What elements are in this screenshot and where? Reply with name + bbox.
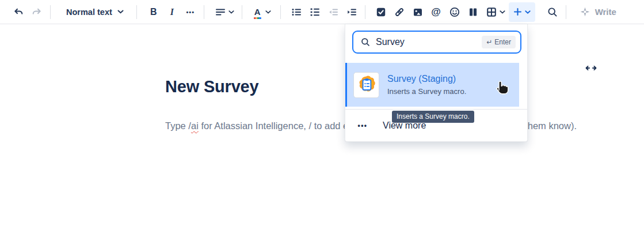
align-dropdown[interactable]	[211, 3, 238, 21]
toolbar-divider	[136, 5, 137, 19]
toolbar-divider	[204, 5, 204, 19]
text-color-dropdown[interactable]: A	[251, 3, 275, 21]
chevron-down-icon	[228, 10, 234, 14]
expand-width-icon	[585, 65, 597, 71]
outdent-button[interactable]	[324, 3, 342, 21]
survey-macro-icon	[353, 72, 379, 98]
redo-button[interactable]	[28, 3, 46, 21]
placeholder-text: Type /	[165, 120, 191, 131]
link-icon	[394, 6, 405, 18]
tooltip: Inserts a Survey macro.	[392, 111, 474, 123]
image-icon	[412, 6, 424, 18]
redo-icon	[31, 6, 43, 18]
macro-result-item-survey-staging[interactable]: Survey (Staging) Inserts a Survey macro.	[345, 63, 519, 107]
bullet-list-icon	[291, 6, 302, 18]
placeholder-ai-misspelled: ai	[191, 120, 199, 131]
outdent-icon	[327, 6, 339, 18]
search-icon	[360, 37, 371, 47]
bold-button[interactable]: B	[144, 3, 163, 21]
layouts-icon	[467, 6, 479, 18]
task-list-button[interactable]	[372, 3, 390, 21]
bold-icon: B	[150, 7, 157, 17]
text-style-label: Normal text	[66, 7, 112, 17]
toolbar-divider	[50, 5, 51, 19]
emoji-icon	[449, 6, 460, 18]
table-icon	[486, 6, 497, 18]
chevron-down-icon	[117, 10, 124, 14]
bullet-list-button[interactable]	[287, 3, 306, 21]
italic-icon: I	[170, 7, 174, 17]
find-button[interactable]	[543, 3, 562, 21]
toolbar-divider	[365, 5, 365, 19]
link-button[interactable]	[390, 3, 409, 21]
image-button[interactable]	[409, 3, 427, 21]
placeholder-text: for Atlassian Intelligence, / to add e	[199, 120, 349, 131]
mouse-cursor-icon	[494, 78, 509, 95]
text-color-icon: A	[254, 7, 261, 16]
macro-search-box[interactable]: ↵ Enter	[352, 31, 521, 54]
write-ai-button[interactable]: Write	[580, 6, 616, 17]
editor-toolbar: Normal text B I ••• A	[0, 0, 644, 24]
enter-symbol-icon: ↵	[486, 38, 492, 46]
page-title[interactable]: New Survey	[165, 77, 258, 96]
enter-key-hint: ↵ Enter	[482, 36, 516, 48]
more-formatting-button[interactable]: •••	[181, 3, 200, 21]
enter-label: Enter	[494, 38, 511, 46]
indent-icon	[346, 6, 357, 18]
mention-icon: @	[431, 6, 441, 18]
result-title: Survey (Staging)	[387, 74, 466, 84]
table-dropdown[interactable]	[482, 3, 509, 21]
layouts-button[interactable]	[464, 3, 482, 21]
undo-icon	[13, 6, 24, 18]
ellipsis-icon: •••	[186, 9, 195, 16]
mention-button[interactable]: @	[427, 3, 445, 21]
toolbar-divider	[242, 5, 242, 19]
result-description: Inserts a Survey macro.	[387, 87, 466, 96]
undo-button[interactable]	[9, 3, 28, 21]
text-style-dropdown[interactable]: Normal text	[60, 3, 129, 21]
align-left-icon	[215, 6, 226, 18]
italic-button[interactable]: I	[163, 3, 181, 21]
chevron-down-icon	[265, 10, 271, 14]
plus-icon	[513, 7, 523, 17]
toolbar-divider	[566, 5, 566, 19]
toolbar-divider	[280, 5, 281, 19]
editor-placeholder-right[interactable]: t them know).	[520, 120, 577, 131]
width-toggle-button[interactable]	[583, 61, 599, 75]
emoji-button[interactable]	[445, 3, 464, 21]
search-icon	[547, 6, 558, 18]
chevron-down-icon	[500, 10, 505, 14]
ellipsis-icon: •••	[345, 122, 380, 130]
write-label: Write	[595, 7, 616, 17]
numbered-list-button[interactable]	[306, 3, 324, 21]
chevron-down-icon	[525, 10, 531, 14]
macro-search-input[interactable]	[376, 37, 477, 47]
indent-button[interactable]	[342, 3, 361, 21]
editor-placeholder-left[interactable]: Type /ai for Atlassian Intelligence, / t…	[165, 120, 348, 131]
placeholder-text: t them know).	[520, 120, 577, 131]
numbered-list-icon	[309, 6, 321, 18]
ai-sparkle-icon	[580, 6, 590, 17]
insert-dropdown[interactable]	[509, 2, 535, 22]
task-checkbox-icon	[375, 6, 387, 18]
